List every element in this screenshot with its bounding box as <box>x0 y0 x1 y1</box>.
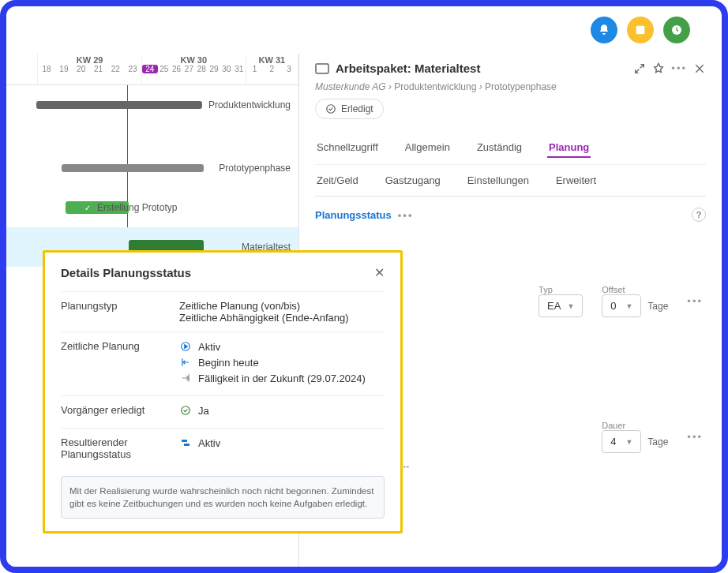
close-icon[interactable] <box>693 62 706 75</box>
planungsstatus-modal: Details Planungsstatus ✕ Planungstyp Zei… <box>43 250 403 534</box>
tab-schnellzugriff[interactable]: Schnellzugriff <box>315 138 380 158</box>
gantt-row-label: Erstellung Prototyp <box>97 202 177 213</box>
workpackage-icon <box>315 63 329 74</box>
play-icon <box>179 340 192 353</box>
gantt-bar[interactable] <box>62 164 204 172</box>
status-icon <box>179 436 192 449</box>
week-label: KW 29 <box>38 54 141 65</box>
check-circle-icon <box>179 404 192 417</box>
arrow-right-icon <box>179 372 192 384</box>
svg-point-2 <box>327 105 336 114</box>
modal-header: Details Planungsstatus ✕ <box>61 265 385 280</box>
gantt-row-label: Produktentwicklung <box>208 99 291 110</box>
gantt-row[interactable]: ✓ Erstellung Prototyp <box>6 188 298 227</box>
done-button[interactable]: Erledigt <box>315 99 384 119</box>
svg-point-4 <box>182 406 190 415</box>
unit-label: Tage <box>647 436 668 448</box>
gantt-header: KW 29 181920212223 KW 30 242526272829303… <box>6 54 298 85</box>
offset-select[interactable]: 0▼ <box>602 294 641 317</box>
row-value: Aktiv <box>179 436 385 460</box>
app-frame: KW 29 181920212223 KW 30 242526272829303… <box>0 0 728 573</box>
panel-title: Arbeitspaket: Materialtest <box>336 62 480 75</box>
row-key: Resultierender Planungsstatus <box>61 436 179 460</box>
modal-row: Resultierender Planungsstatus Aktiv <box>61 428 385 468</box>
tab-allgemein[interactable]: Allgemein <box>403 138 452 158</box>
row-value: Zeitliche Planung (von/bis) Zeitliche Ab… <box>179 300 385 324</box>
week-label: KW 31 <box>246 54 298 65</box>
tabs: Schnellzugriff Allgemein Zuständig Planu… <box>315 132 706 197</box>
week-label: KW 30 <box>142 54 246 65</box>
pin-icon[interactable] <box>652 62 665 75</box>
modal-note: Mit der Realisierung wurde wahrscheinlic… <box>61 476 385 519</box>
week-col: KW 30 2425262728293031 <box>142 54 246 84</box>
top-header <box>6 6 722 54</box>
section-label: Planungsstatus <box>315 209 392 221</box>
modal-close-icon[interactable]: ✕ <box>374 265 385 280</box>
start-icon <box>179 356 192 369</box>
gantt-bar[interactable] <box>36 101 202 109</box>
expand-icon[interactable] <box>633 62 646 75</box>
gantt-row[interactable]: Prototypenphase <box>6 148 298 188</box>
modal-row: Vorgänger erledigt Ja <box>61 395 385 428</box>
breadcrumb[interactable]: Musterkunde AG › Produktentwicklung › Pr… <box>315 81 706 92</box>
tab-erweitert[interactable]: Erweitert <box>554 171 598 189</box>
notifications-button[interactable] <box>591 17 617 43</box>
row-value: Aktiv Beginn heute Fälligkeit in der Zuk… <box>179 340 385 388</box>
panel-header: Arbeitspaket: Materialtest ••• <box>315 62 706 75</box>
unit-label: Tage <box>647 301 668 312</box>
row-key: Vorgänger erledigt <box>61 404 179 420</box>
typ-select[interactable]: EA▼ <box>538 294 583 317</box>
modal-title: Details Planungsstatus <box>61 266 191 279</box>
dauer-select[interactable]: 4▼ <box>602 430 641 453</box>
row-more-icon[interactable]: ••• <box>687 295 703 307</box>
offset-label: Offset <box>602 285 668 294</box>
gantt-row[interactable]: Produktentwicklung <box>6 85 298 125</box>
svg-rect-0 <box>636 26 645 35</box>
more-icon[interactable]: ••• <box>671 62 687 74</box>
section-header: Planungsstatus ••• ? <box>315 197 706 228</box>
check-icon: ✓ <box>81 201 94 214</box>
dauer-label: Dauer <box>602 421 668 430</box>
modal-row: Zeitliche Planung Aktiv Beginn heute Fäl… <box>61 331 385 395</box>
help-icon[interactable]: ? <box>692 208 706 222</box>
gantt-row-label: Prototypenphase <box>219 163 291 174</box>
modal-row: Planungstyp Zeitliche Planung (von/bis) … <box>61 291 385 331</box>
done-label: Erledigt <box>341 103 373 114</box>
tab-einstellungen[interactable]: Einstellungen <box>466 171 531 189</box>
notes-button[interactable] <box>627 17 654 43</box>
row-key: Planungstyp <box>61 300 179 324</box>
row-key: Zeitliche Planung <box>61 340 179 388</box>
gantt-body[interactable]: Produktentwicklung Prototypenphase ✓ Ers… <box>6 85 298 275</box>
today-marker: 24 <box>142 65 158 73</box>
time-button[interactable] <box>663 17 690 43</box>
week-col: KW 29 181920212223 <box>38 54 142 84</box>
row-more-icon[interactable]: ••• <box>687 431 703 443</box>
tab-zustaendig[interactable]: Zuständig <box>475 138 523 158</box>
row-value: Ja <box>179 404 385 420</box>
section-more-icon[interactable]: ••• <box>398 209 414 221</box>
tab-planung[interactable]: Planung <box>547 138 591 158</box>
tab-zeitgeld[interactable]: Zeit/Geld <box>315 171 360 189</box>
svg-rect-5 <box>182 440 187 442</box>
typ-label: Typ <box>538 285 583 294</box>
svg-rect-6 <box>184 444 190 446</box>
week-col: KW 31 123 <box>246 54 298 84</box>
tab-gastzugang[interactable]: Gastzugang <box>384 171 442 189</box>
